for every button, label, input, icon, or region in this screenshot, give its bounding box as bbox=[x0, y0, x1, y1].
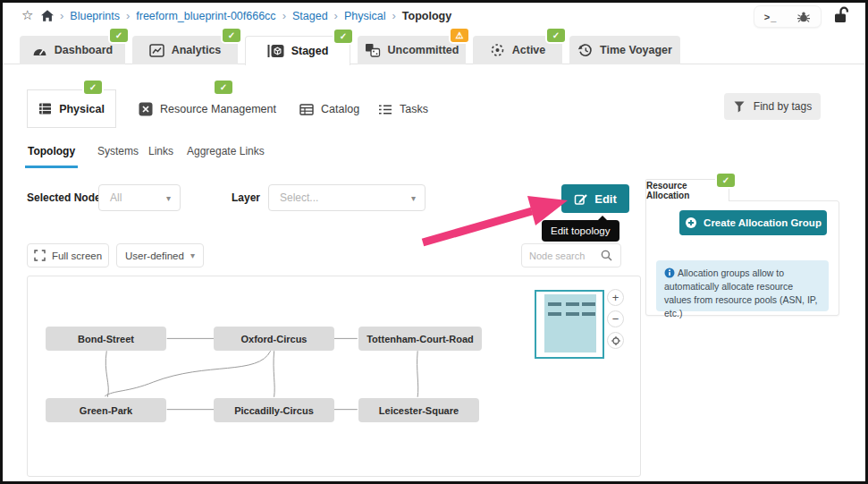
zoom-in-button[interactable]: + bbox=[607, 289, 624, 306]
topology-node[interactable]: Piccadilly-Circus bbox=[214, 398, 334, 422]
breadcrumb-separator: › bbox=[60, 9, 63, 22]
tasks-list-icon bbox=[378, 103, 392, 116]
tab-label: Active bbox=[512, 44, 546, 56]
topology-node[interactable]: Tottenham-Court-Road bbox=[358, 327, 482, 351]
breadcrumb-link-blueprint-id[interactable]: freeform_blueprint-00f666cc bbox=[136, 10, 275, 22]
blueprint-tab-bar: Dashboard ✓ Analytics ✓ Staged ✓ Uncommi… bbox=[3, 34, 865, 64]
filter-funnel-icon bbox=[733, 100, 746, 113]
button-label: Edit bbox=[594, 192, 617, 206]
breadcrumb-bar: ☆ › Blueprints › freeform_blueprint-00f6… bbox=[3, 3, 865, 30]
view-tab-topology[interactable]: Topology bbox=[25, 145, 78, 168]
tab-catalog[interactable]: Catalog bbox=[299, 97, 359, 122]
minimap[interactable] bbox=[535, 290, 604, 359]
create-allocation-group-button[interactable]: Create Allocation Group bbox=[679, 210, 827, 235]
status-ok-badge: ✓ bbox=[545, 27, 567, 44]
breadcrumb-separator: › bbox=[392, 9, 395, 22]
pencil-edit-icon bbox=[574, 192, 587, 206]
plus-circle-icon bbox=[685, 217, 697, 229]
dropdown-value: All bbox=[110, 191, 122, 204]
breadcrumb: › Blueprints › freeform_blueprint-00f666… bbox=[60, 9, 451, 22]
tab-time-voyager[interactable]: Time Voyager bbox=[569, 36, 680, 64]
favorite-star-icon[interactable]: ☆ bbox=[21, 7, 33, 23]
chevron-down-icon: ▾ bbox=[166, 193, 171, 203]
chevron-down-icon: ▾ bbox=[190, 250, 195, 260]
status-ok-badge: ✓ bbox=[108, 27, 130, 44]
tab-dashboard[interactable]: Dashboard ✓ bbox=[20, 36, 125, 64]
cli-terminal-icon[interactable]: >_ bbox=[764, 12, 778, 22]
chart-icon bbox=[149, 44, 164, 57]
tab-active[interactable]: Active ✓ bbox=[473, 36, 562, 64]
info-icon bbox=[664, 267, 675, 278]
tab-label: Staged bbox=[291, 45, 329, 57]
tab-physical[interactable]: Physical bbox=[27, 89, 116, 128]
minimap-node-dash bbox=[548, 302, 561, 306]
resource-management-icon bbox=[139, 102, 153, 116]
view-tab-links[interactable]: Links bbox=[146, 145, 176, 166]
breadcrumb-link-blueprints[interactable]: Blueprints bbox=[70, 10, 120, 22]
tab-staged[interactable]: Staged ✓ bbox=[245, 36, 350, 65]
info-text: Allocation groups allow to automatically… bbox=[664, 267, 817, 318]
search-icon[interactable] bbox=[601, 250, 612, 261]
breadcrumb-current: Topology bbox=[402, 10, 451, 22]
zoom-out-button[interactable]: − bbox=[607, 310, 624, 327]
catalog-table-icon bbox=[299, 103, 314, 116]
breadcrumb-link-physical[interactable]: Physical bbox=[344, 10, 386, 22]
active-dotted-circle-icon bbox=[490, 43, 505, 57]
tab-label: Catalog bbox=[321, 103, 359, 115]
tab-label: Time Voyager bbox=[600, 44, 672, 56]
gauge-icon bbox=[32, 44, 47, 57]
selected-node-dropdown[interactable]: All ▾ bbox=[98, 184, 181, 211]
status-ok-badge: ✓ bbox=[333, 28, 354, 45]
physical-list-icon bbox=[38, 102, 52, 115]
tab-tasks[interactable]: Tasks bbox=[378, 97, 428, 122]
topology-node[interactable]: Green-Park bbox=[46, 398, 166, 422]
node-search-input[interactable] bbox=[529, 250, 601, 261]
edit-topology-button[interactable]: Edit bbox=[561, 184, 629, 213]
dropdown-value: User-defined bbox=[125, 250, 184, 261]
full-screen-button[interactable]: Full screen bbox=[27, 243, 109, 267]
tab-label: Physical bbox=[59, 103, 105, 115]
minimap-node-dash bbox=[566, 312, 579, 316]
tab-label: Tasks bbox=[400, 103, 428, 115]
tab-label: Analytics bbox=[172, 44, 222, 56]
utility-pill: >_ bbox=[754, 5, 822, 28]
selected-node-label: Selected Node bbox=[27, 191, 101, 204]
status-ok-badge: ✓ bbox=[221, 27, 242, 44]
zoom-fit-button[interactable] bbox=[607, 332, 624, 349]
dropdown-placeholder: Select... bbox=[280, 191, 318, 204]
crosshair-icon bbox=[611, 335, 621, 346]
blueprint-topology-page: ☆ › Blueprints › freeform_blueprint-00f6… bbox=[0, 0, 868, 484]
status-ok-badge: ✓ bbox=[213, 79, 234, 96]
time-voyager-icon bbox=[577, 43, 593, 57]
node-search-box bbox=[521, 243, 621, 267]
breadcrumb-link-staged[interactable]: Staged bbox=[292, 10, 328, 22]
layout-mode-dropdown[interactable]: User-defined ▾ bbox=[116, 243, 204, 267]
staged-cube-icon bbox=[267, 44, 284, 58]
tab-analytics[interactable]: Analytics ✓ bbox=[132, 36, 238, 64]
button-label: Create Allocation Group bbox=[704, 217, 822, 228]
view-tab-systems[interactable]: Systems bbox=[95, 145, 141, 166]
tab-uncommitted[interactable]: Uncommitted ⚠ bbox=[358, 36, 466, 64]
tab-label: Uncommitted bbox=[388, 44, 459, 56]
debug-bug-icon[interactable] bbox=[796, 10, 811, 24]
home-icon[interactable] bbox=[40, 9, 55, 26]
full-screen-icon bbox=[34, 250, 46, 261]
tab-resource-management[interactable]: Resource Management bbox=[139, 97, 276, 122]
uncommitted-cubes-icon bbox=[365, 43, 381, 57]
layer-dropdown[interactable]: Select... ▾ bbox=[268, 184, 426, 211]
minimap-node-dash bbox=[548, 312, 561, 316]
topology-node[interactable]: Bond-Street bbox=[46, 327, 166, 351]
button-label: Full screen bbox=[52, 250, 102, 261]
topology-node[interactable]: Leicester-Square bbox=[358, 398, 479, 422]
unlock-icon[interactable] bbox=[832, 5, 852, 28]
find-by-tags-button[interactable]: Find by tags bbox=[724, 93, 821, 120]
button-label: Find by tags bbox=[754, 100, 812, 113]
view-tab-aggregate-links[interactable]: Aggregate Links bbox=[184, 145, 267, 166]
topology-canvas[interactable]: Bond-Street Oxford-Circus Tottenham-Cour… bbox=[27, 276, 641, 477]
topology-node[interactable]: Oxford-Circus bbox=[214, 327, 334, 351]
allocation-info-box: Allocation groups allow to automatically… bbox=[656, 260, 829, 311]
breadcrumb-separator: › bbox=[334, 9, 338, 22]
minimap-node-dash bbox=[582, 312, 595, 316]
layer-label: Layer bbox=[232, 191, 260, 204]
minimap-node-dash bbox=[582, 302, 595, 306]
